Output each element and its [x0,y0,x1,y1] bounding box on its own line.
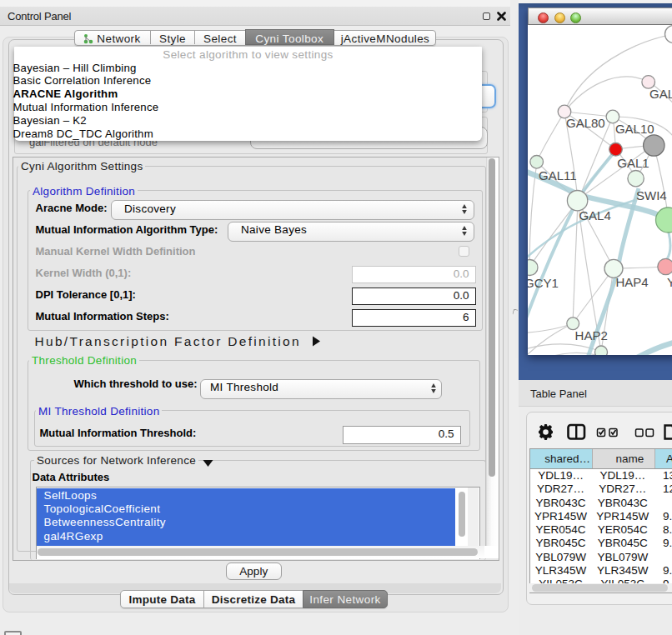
svg-text:HAP4: HAP4 [616,275,649,289]
svg-text:GAL80: GAL80 [566,116,605,130]
svg-text:GAL10: GAL10 [615,122,654,136]
svg-text:GAL7: GAL7 [649,87,672,101]
svg-text:GCY1: GCY1 [528,276,559,290]
svg-text:HAP2: HAP2 [575,328,608,342]
svg-text:GAL4: GAL4 [579,208,610,222]
svg-text:GAL11: GAL11 [539,168,577,182]
svg-text:SWI4: SWI4 [636,188,667,202]
svg-text:GAL1: GAL1 [617,156,649,170]
svg-text:YJ: YJ [667,275,672,289]
